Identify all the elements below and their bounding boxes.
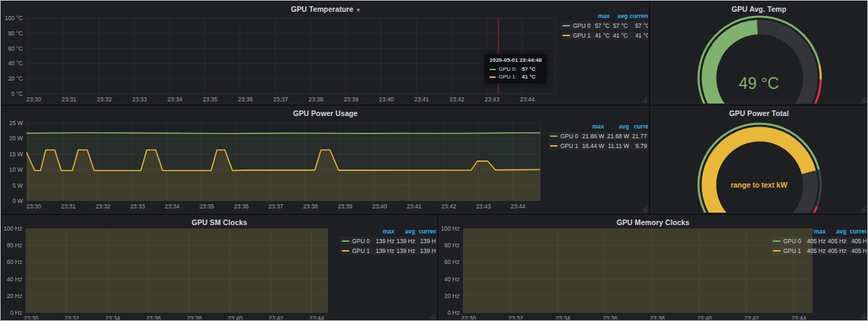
- svg-text:40 °C: 40 °C: [8, 60, 23, 67]
- legend-series-gpu0[interactable]: GPU 0: [773, 238, 805, 245]
- legend-value: 405 Hz: [851, 247, 867, 254]
- legend-row-gpu0: GPU 0 139 Hz 139 Hz 139 Hz: [340, 237, 437, 245]
- legend-series-gpu1[interactable]: GPU 1: [550, 142, 579, 149]
- svg-text:80 °C: 80 °C: [8, 30, 23, 37]
- svg-text:23:42: 23:42: [269, 315, 284, 320]
- panel-title-gpu-power-usage[interactable]: GPU Power Usage: [3, 109, 648, 117]
- svg-text:23:39: 23:39: [337, 203, 353, 210]
- panel-title-gpu-temperature[interactable]: GPU Temperature▾: [3, 5, 648, 13]
- legend-row-gpu0: GPU 0 405 Hz 405 Hz 405 Hz: [771, 237, 867, 245]
- legend-value: 139 Hz: [397, 238, 415, 245]
- svg-text:23:43: 23:43: [485, 96, 500, 103]
- chevron-down-icon[interactable]: ▾: [357, 7, 360, 13]
- panel-title-text: GPU Temperature: [291, 5, 353, 13]
- svg-text:100 °C: 100 °C: [5, 15, 23, 22]
- svg-text:23:36: 23:36: [234, 203, 249, 210]
- legend-row-gpu1: GPU 1 405 Hz 405 Hz 405 Hz: [771, 247, 867, 255]
- svg-text:23:36: 23:36: [238, 96, 253, 103]
- legend-value: 21.86 W: [582, 133, 604, 140]
- panel-title-text: GPU SM Clocks: [192, 218, 247, 227]
- legend-header-current[interactable]: current: [634, 123, 649, 130]
- gauge-value-temp: 49 °C: [651, 74, 867, 93]
- legend-value: 16.44 W: [582, 142, 604, 149]
- svg-text:80 Hz: 80 Hz: [7, 242, 22, 249]
- legend-header-current[interactable]: current: [630, 13, 649, 19]
- svg-text:23:34: 23:34: [165, 203, 180, 210]
- legend-series-gpu1[interactable]: GPU 1: [773, 247, 805, 254]
- legend-header-avg[interactable]: avg: [619, 123, 629, 130]
- panel-title-gpu-power-total[interactable]: GPU Power Total: [651, 109, 867, 117]
- svg-text:0 W: 0 W: [12, 197, 23, 204]
- panel-gpu-sm-clocks: GPU SM Clocks 0 Hz20 Hz40 Hz60 Hz80 Hz10…: [2, 215, 437, 320]
- svg-text:0 Hz: 0 Hz: [10, 309, 22, 316]
- svg-text:23:36: 23:36: [146, 315, 161, 320]
- svg-text:23:42: 23:42: [449, 96, 465, 103]
- svg-text:23:36: 23:36: [603, 315, 618, 320]
- svg-text:0 °C: 0 °C: [11, 90, 23, 97]
- legend-header-max[interactable]: max: [814, 228, 826, 235]
- series-swatch-icon: [342, 240, 349, 242]
- panel-title-gpu-memory-clocks[interactable]: GPU Memory Clocks: [440, 218, 867, 227]
- svg-text:23:44: 23:44: [510, 203, 526, 210]
- legend-header-avg[interactable]: avg: [405, 228, 415, 235]
- svg-text:23:44: 23:44: [310, 315, 325, 320]
- svg-text:23:30: 23:30: [26, 96, 42, 103]
- svg-text:23:34: 23:34: [556, 315, 571, 320]
- gpu-temperature-chart[interactable]: 0 °C20 °C40 °C60 °C80 °C100 °C23:3023:31…: [3, 3, 649, 104]
- legend-series-gpu1[interactable]: GPU 1: [342, 247, 374, 254]
- panel-title-text: GPU Power Usage: [293, 109, 358, 117]
- panel-title-gpu-sm-clocks[interactable]: GPU SM Clocks: [3, 218, 436, 227]
- series-swatch-icon: [550, 135, 558, 137]
- svg-text:40 Hz: 40 Hz: [444, 276, 460, 283]
- legend-value: 41 °C: [613, 32, 628, 39]
- svg-text:23:37: 23:37: [269, 203, 284, 210]
- grafana-gpu-dashboard: { "colors": { "series_green": "#7eb26d",…: [0, 0, 868, 321]
- legend-value: 405 Hz: [828, 247, 846, 254]
- legend-value: 21.77 W: [632, 133, 649, 140]
- svg-text:23:40: 23:40: [697, 315, 712, 320]
- panel-gpu-power-total: GPU Power Total range to text kW: [651, 106, 867, 213]
- legend-row-gpu0: GPU 0 21.86 W 21.68 W 21.77 W: [549, 132, 649, 140]
- svg-text:23:32: 23:32: [65, 315, 80, 320]
- legend-series-gpu0[interactable]: GPU 0: [562, 22, 592, 29]
- legend-gpu-temperature: max avg current GPU 0 57 °C 57 °C 57 °C …: [561, 12, 649, 40]
- legend-value: 9.79 W: [635, 142, 649, 149]
- svg-text:23:34: 23:34: [167, 96, 183, 103]
- svg-text:5 W: 5 W: [12, 182, 23, 189]
- svg-text:23:34: 23:34: [106, 315, 121, 320]
- legend-series-gpu0[interactable]: GPU 0: [550, 133, 579, 140]
- legend-header-max[interactable]: max: [598, 13, 610, 19]
- svg-text:20 °C: 20 °C: [8, 75, 23, 82]
- panel-gpu-memory-clocks: GPU Memory Clocks 0 Hz20 Hz40 Hz60 Hz80 …: [439, 215, 867, 320]
- legend-header-avg[interactable]: avg: [617, 13, 628, 19]
- legend-header-max[interactable]: max: [383, 228, 394, 235]
- legend-value: 405 Hz: [851, 238, 867, 245]
- legend-header-current[interactable]: current: [419, 228, 437, 235]
- legend-row-gpu0: GPU 0 57 °C 57 °C 57 °C: [561, 22, 649, 30]
- svg-text:23:44: 23:44: [520, 96, 535, 103]
- tooltip-timestamp: 2020-05-01 23:44:48: [490, 57, 542, 63]
- legend-value: 139 Hz: [397, 247, 415, 254]
- svg-text:23:35: 23:35: [199, 203, 215, 210]
- tooltip-row-gpu0: GPU 0: 57 °C: [490, 65, 542, 73]
- panel-title-text: GPU Power Total: [729, 109, 789, 117]
- legend-value: 57 °C: [635, 22, 649, 29]
- legend-header-current[interactable]: current: [850, 228, 867, 235]
- legend-header-avg[interactable]: avg: [836, 228, 846, 235]
- svg-text:23:40: 23:40: [379, 96, 394, 103]
- svg-text:0 Hz: 0 Hz: [448, 309, 460, 316]
- legend-value: 11.11 W: [608, 142, 629, 149]
- legend-header: max avg current: [771, 227, 867, 236]
- legend-series-gpu1[interactable]: GPU 1: [562, 32, 592, 39]
- svg-text:23:42: 23:42: [442, 203, 457, 210]
- series-swatch-icon: [490, 69, 496, 70]
- svg-text:60 °C: 60 °C: [8, 45, 23, 52]
- svg-text:40 Hz: 40 Hz: [7, 276, 22, 283]
- svg-text:23:30: 23:30: [24, 315, 39, 320]
- series-swatch-icon: [342, 250, 349, 252]
- legend-value: 21.68 W: [607, 133, 629, 140]
- legend-row-gpu1: GPU 1 139 Hz 139 Hz 139 Hz: [340, 247, 437, 255]
- panel-title-gpu-avg-temp[interactable]: GPU Avg. Temp: [651, 5, 867, 13]
- legend-series-gpu0[interactable]: GPU 0: [342, 238, 374, 245]
- legend-header-max[interactable]: max: [592, 123, 604, 130]
